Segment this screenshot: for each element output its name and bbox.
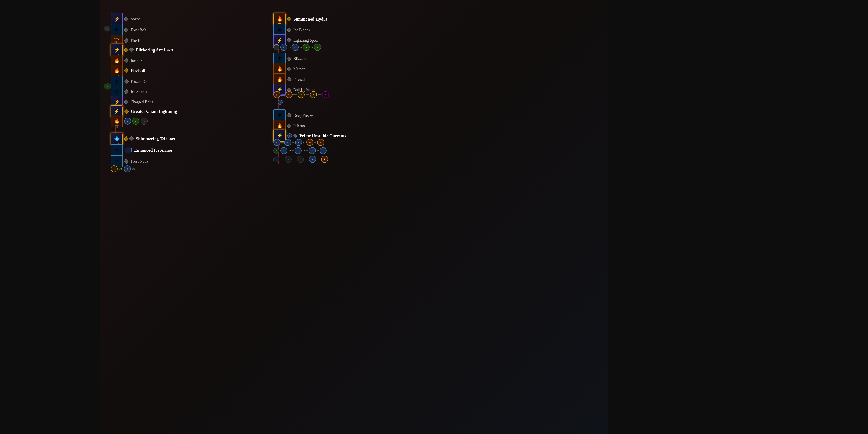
- right-panel-dark: [608, 0, 868, 434]
- flame-shield-badge: 3/3: [115, 125, 119, 128]
- fire-bolt-connector: [124, 38, 129, 43]
- flame-shield-icon[interactable]: 🔥 3/3: [111, 115, 123, 127]
- hydra-icon[interactable]: 🔥 5/5 ✕: [273, 13, 286, 25]
- teleport-label: Shimmering Teleport: [136, 136, 175, 142]
- ice-armor-icon[interactable]: ❄ 1/5: [111, 144, 123, 156]
- teleport-connector2: [129, 136, 134, 142]
- rp3-connector: [281, 142, 283, 143]
- rp2-connector2: [293, 94, 297, 95]
- rp4-n4[interactable]: ●: [320, 147, 327, 154]
- frost-bolt-label: Frost Bolt: [131, 28, 147, 32]
- rp4-n2[interactable]: ●: [295, 147, 302, 154]
- right-passive-row-5: ○ ○ ● 🔥: [273, 156, 328, 163]
- ice-shards-connector: [124, 89, 129, 94]
- rp3-n2[interactable]: ●: [284, 139, 291, 146]
- rp2-n3[interactable]: ◆: [298, 91, 305, 98]
- rp5-n4[interactable]: 🔥: [321, 156, 328, 163]
- ice-shards-label: Ice Shards: [131, 90, 147, 94]
- rp4-n1[interactable]: ●: [280, 147, 287, 154]
- arc-lash-connector2: [129, 48, 134, 53]
- frozen-orb-connector: [124, 79, 129, 84]
- spark-icon[interactable]: ⚡: [111, 13, 123, 25]
- right-passive-n1[interactable]: ●: [280, 44, 287, 51]
- bottom-passive-row: ◆ 3/3 ◆ 1/3: [111, 165, 135, 172]
- rp4-n3[interactable]: ●: [309, 147, 316, 154]
- teleport-x: ✕: [121, 131, 124, 135]
- firewall-connector: [287, 77, 292, 82]
- rp3-connector2: [292, 142, 294, 143]
- spark-connector: [124, 17, 129, 22]
- meteor-connector: [287, 67, 292, 72]
- charged-bolts-label: Charged Bolts: [131, 100, 153, 104]
- right-sub-nodes: ●: [278, 100, 282, 104]
- passive-node-1[interactable]: ●: [124, 118, 131, 125]
- rp2-n4[interactable]: ◆: [310, 91, 317, 98]
- rp5-line4: [317, 159, 320, 159]
- inferno-label: Inferno: [293, 124, 305, 128]
- rp3-n1[interactable]: ●: [273, 139, 280, 146]
- teleport-icon[interactable]: 💠 5/5 ✕: [111, 133, 123, 145]
- frost-nova-connector: [124, 159, 129, 164]
- right-passive-row-3: ● ● ● 3/3 🔥 🔥: [273, 139, 324, 146]
- deep-freeze-connector: [287, 113, 292, 118]
- frost-bolt-icon[interactable]: ❄: [111, 24, 123, 36]
- meteor-label: Meteor: [293, 67, 305, 71]
- rp2-n2[interactable]: 🔥: [286, 91, 292, 98]
- fireball-row: 🔥 5/5 Fireball: [111, 65, 145, 77]
- deep-freeze-label: Deep Freeze: [293, 113, 313, 118]
- chain-lightning-connector: [124, 109, 129, 114]
- teleport-row: 💠 5/5 ✕ Shimmering Teleport: [111, 133, 175, 145]
- flame-shield-row: 🔥 3/3 ● ◆ ○: [111, 115, 148, 127]
- bottom-passive-1[interactable]: ◆: [111, 165, 118, 172]
- sub-node-1[interactable]: ●: [278, 100, 282, 104]
- passive-node-3[interactable]: ○: [141, 118, 148, 125]
- rp5-hex: [273, 156, 279, 162]
- rp4-connector: [292, 150, 294, 151]
- rp5-n1[interactable]: ○: [285, 156, 292, 163]
- frost-bolt-connector: [124, 28, 129, 33]
- right-passive-row-2: 🔥 🔥 ◆ ◆ ◈: [273, 91, 329, 98]
- rp5-line1: [280, 159, 284, 159]
- arc-lash-connector: [124, 48, 129, 53]
- rp3-n3[interactable]: ●: [295, 139, 302, 146]
- spark-label: Spark: [131, 17, 140, 22]
- fireball-connector: [124, 68, 129, 73]
- chain-lightning-x: ✕: [121, 104, 124, 108]
- rp3-badge: 3/3: [303, 141, 306, 144]
- left-panel-dark: [0, 0, 100, 434]
- unstable-small-node: ◆: [287, 133, 292, 138]
- arc-lash-label: Flickering Arc Lash: [136, 48, 173, 53]
- ice-blades-label: Ice Blades: [293, 28, 310, 32]
- frost-bolt-row: ❄ Frost Bolt: [111, 24, 147, 36]
- rp3-n5[interactable]: 🔥: [317, 139, 324, 146]
- fireball-icon[interactable]: 🔥 5/5: [111, 65, 123, 77]
- arc-lash-row: ⚡ 1/5 ✕ Flickering Arc Lash: [111, 44, 173, 56]
- right-badge-2: 3/3: [300, 46, 302, 49]
- right-passive-n3[interactable]: ◆: [303, 44, 310, 51]
- rp4-badge-1: 1/3: [288, 150, 291, 152]
- hex-upgrade-node: ▲: [104, 83, 111, 90]
- firewall-label: Firewall: [293, 77, 306, 82]
- spark-row: ⚡ Spark: [111, 13, 140, 25]
- flame-shield-passives: ● ◆ ○: [124, 118, 148, 125]
- rp5-n3[interactable]: ●: [309, 156, 316, 163]
- unstable-currents-label: Prime Unstable Currents: [300, 133, 346, 138]
- rp2-n1[interactable]: 🔥: [273, 91, 280, 98]
- rp3-n4[interactable]: 🔥: [306, 139, 313, 146]
- right-passive-n2[interactable]: ●: [292, 44, 299, 51]
- right-passive-row-1: ⬡ ● 1/3 ● 3/3 ◆ 3/3 ◆ 3/3: [273, 44, 324, 51]
- rp5-n2[interactable]: ○: [297, 156, 304, 163]
- passive-node-2[interactable]: ◆: [132, 118, 139, 125]
- hydra-connector: [287, 17, 292, 22]
- rp3-connector3: [314, 142, 316, 143]
- right-passive-n4[interactable]: ◆: [314, 44, 321, 51]
- rp2-n5[interactable]: ◈: [322, 91, 329, 98]
- rp5-line3: [305, 159, 308, 159]
- arc-lash-x: ✕: [121, 42, 124, 46]
- rp2-connector: [281, 94, 285, 95]
- bottom-passive-2[interactable]: ◆: [124, 165, 131, 172]
- rp4-hex: ◈: [273, 148, 279, 154]
- arc-lash-icon[interactable]: ⚡ 1/5 ✕: [111, 44, 123, 56]
- right-badge-3: 3/3: [311, 46, 313, 49]
- hydra-row: 🔥 5/5 ✕ Summoned Hydra: [273, 13, 328, 25]
